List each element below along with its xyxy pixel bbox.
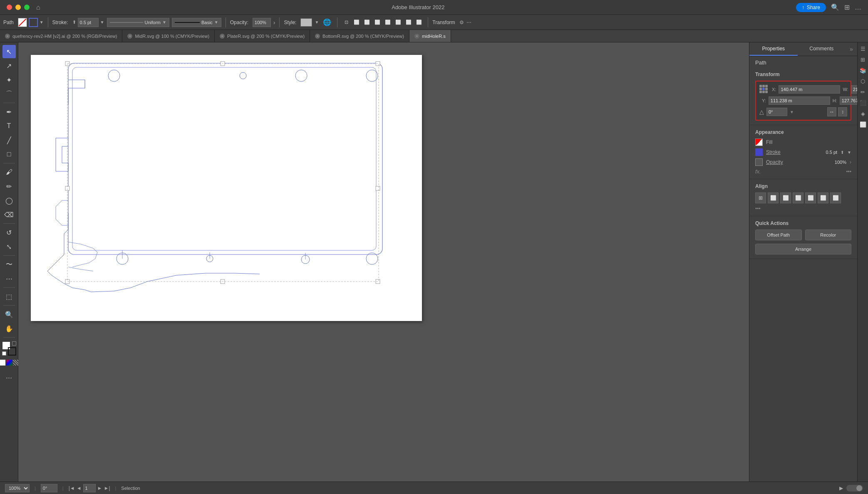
tab-comments[interactable]: Comments bbox=[798, 42, 846, 56]
tab-midholer[interactable]: × midHoleR.s bbox=[409, 30, 451, 42]
first-page-button[interactable]: |◄ bbox=[69, 485, 75, 491]
uniform-dropdown[interactable]: Uniform ▼ bbox=[107, 18, 169, 27]
opacity-more-icon[interactable]: › bbox=[273, 19, 275, 26]
fill-swatch[interactable] bbox=[18, 18, 27, 27]
tab-close-bottomr[interactable]: × bbox=[315, 34, 320, 39]
none-fill-icon[interactable] bbox=[0, 360, 5, 366]
stroke-input[interactable] bbox=[78, 18, 99, 27]
recolor-button[interactable]: Recolor bbox=[805, 230, 852, 240]
search-icon[interactable]: 🔍 bbox=[831, 3, 839, 11]
reset-colors-icon[interactable] bbox=[2, 351, 6, 356]
tab-close-midr[interactable]: × bbox=[127, 34, 132, 39]
transform-grid-icon[interactable] bbox=[759, 85, 768, 94]
minimize-button[interactable] bbox=[15, 5, 21, 10]
libraries-icon[interactable]: 📚 bbox=[858, 66, 868, 75]
angle-input[interactable] bbox=[41, 484, 57, 492]
pen-tool[interactable]: ✒ bbox=[2, 105, 16, 119]
transform-more-icon[interactable]: ⋯ bbox=[466, 20, 471, 25]
stroke-dropdown-icon[interactable]: ▼ bbox=[100, 20, 104, 25]
shape-tool[interactable]: □ bbox=[2, 148, 16, 161]
align-center-v-button[interactable]: ⬜ bbox=[818, 193, 828, 203]
align-right-button[interactable]: ⬜ bbox=[793, 193, 804, 203]
style-chevron-icon[interactable]: ▼ bbox=[315, 20, 319, 25]
line-tool[interactable]: ╱ bbox=[2, 133, 16, 147]
gradient-panel-icon[interactable]: ⬛ bbox=[858, 98, 868, 107]
tab-close-plater[interactable]: × bbox=[220, 34, 225, 39]
selection-tool[interactable]: ↖ bbox=[2, 45, 16, 58]
gradient-icon[interactable] bbox=[6, 360, 12, 366]
distribute-icon[interactable]: ⬜ bbox=[414, 18, 424, 27]
stroke-swatch[interactable] bbox=[29, 18, 38, 27]
last-page-button[interactable]: ►| bbox=[104, 485, 110, 491]
align-top-icon[interactable]: ⬜ bbox=[383, 18, 392, 27]
eraser-tool[interactable]: ⌫ bbox=[2, 208, 16, 221]
fill-color-swatch[interactable] bbox=[755, 138, 763, 146]
align-center-v-icon[interactable]: ⬜ bbox=[394, 18, 403, 27]
layers-icon[interactable]: ⊞ bbox=[858, 55, 868, 64]
opacity-input[interactable] bbox=[253, 18, 271, 27]
more-options-icon[interactable]: ••• bbox=[846, 169, 851, 175]
stroke-up-icon[interactable]: ⬆ bbox=[72, 20, 76, 25]
more-align-dots[interactable]: ••• bbox=[755, 206, 851, 212]
appearance-icon[interactable]: ◈ bbox=[858, 109, 868, 118]
transform-settings-icon[interactable]: ⚙ bbox=[459, 20, 464, 25]
edit-toolbar-button[interactable]: … bbox=[2, 370, 16, 383]
home-icon[interactable]: ⌂ bbox=[36, 4, 40, 11]
tab-close-quefrency[interactable]: × bbox=[5, 34, 10, 39]
warp-tool[interactable]: 〜 bbox=[2, 258, 16, 271]
pencil-tool[interactable]: ✏ bbox=[2, 180, 16, 193]
artboard-tool[interactable]: ⬚ bbox=[2, 290, 16, 303]
opacity-label[interactable]: Opacity bbox=[766, 159, 831, 165]
rotate-tool[interactable]: ↺ bbox=[2, 226, 16, 239]
tab-bottomr[interactable]: × BottomR.svg @ 200 % (CMYK/Preview) bbox=[310, 30, 409, 42]
properties-icon[interactable]: ☰ bbox=[858, 44, 868, 53]
panel-expand-icon[interactable]: » bbox=[846, 42, 857, 56]
x-input[interactable] bbox=[779, 85, 840, 94]
close-button[interactable] bbox=[7, 5, 12, 10]
transform-label[interactable]: Transform bbox=[432, 20, 455, 25]
paintbrush-tool[interactable]: 🖌 bbox=[2, 165, 16, 179]
libraries-icon[interactable]: ⊞ bbox=[844, 3, 850, 11]
stroke-dropdown-icon[interactable]: ▼ bbox=[847, 150, 851, 155]
share-button[interactable]: ↑ Share bbox=[796, 3, 826, 12]
page-input[interactable] bbox=[83, 484, 96, 492]
align-left-button[interactable]: ⬜ bbox=[768, 193, 779, 203]
more-icon[interactable]: … bbox=[855, 4, 861, 11]
shaper-tool[interactable]: ◯ bbox=[2, 194, 16, 207]
offset-path-button[interactable]: Offset Path bbox=[755, 230, 802, 240]
flip-vertical-button[interactable]: ↕ bbox=[838, 107, 847, 116]
transform-tool-icon[interactable]: ⊡ bbox=[342, 18, 351, 27]
stroke-label[interactable]: Stroke bbox=[766, 149, 823, 155]
angle-input[interactable] bbox=[766, 108, 787, 116]
align-artboard-button[interactable]: ⊞ bbox=[755, 193, 766, 203]
chevron-down-icon[interactable]: ▼ bbox=[40, 20, 44, 25]
cc-libraries-icon[interactable]: ⬡ bbox=[858, 77, 868, 86]
prev-page-button[interactable]: ◄ bbox=[77, 485, 82, 491]
tab-quefrency[interactable]: × quefrency-rev2-HM [v2].ai @ 200 % (RGB… bbox=[0, 30, 122, 42]
stroke-color-box[interactable] bbox=[8, 347, 16, 356]
align-center-h-icon[interactable]: ⬜ bbox=[362, 18, 372, 27]
align-panel-icon[interactable]: ⬜ bbox=[858, 120, 868, 129]
direct-selection-tool[interactable]: ↗ bbox=[2, 59, 16, 72]
stroke-panel-icon[interactable]: ✏ bbox=[858, 87, 868, 96]
canvas-area[interactable] bbox=[18, 42, 749, 482]
opacity-arrow-icon[interactable]: › bbox=[850, 159, 851, 165]
lasso-tool[interactable]: ⌒ bbox=[2, 87, 16, 101]
toggle-switch[interactable] bbox=[846, 485, 863, 492]
fullscreen-button[interactable] bbox=[24, 5, 30, 10]
magic-wand-tool[interactable]: ✦ bbox=[2, 73, 16, 86]
align-top-button[interactable]: ⬜ bbox=[805, 193, 816, 203]
more-tools-icon[interactable]: … bbox=[2, 370, 16, 383]
align-bottom-icon[interactable]: ⬜ bbox=[404, 18, 413, 27]
flip-horizontal-button[interactable]: ↔ bbox=[827, 107, 836, 116]
y-input[interactable] bbox=[769, 96, 830, 105]
align-bottom-button[interactable]: ⬜ bbox=[830, 193, 841, 203]
play-button[interactable]: ▶ bbox=[839, 485, 843, 491]
tab-properties[interactable]: Properties bbox=[749, 42, 798, 56]
pattern-icon[interactable] bbox=[13, 360, 19, 366]
hand-tool[interactable]: ✋ bbox=[2, 322, 16, 335]
basic-dropdown[interactable]: Basic ▼ bbox=[172, 18, 221, 27]
next-page-button[interactable]: ► bbox=[97, 485, 102, 491]
arrange-button[interactable]: Arrange bbox=[755, 244, 851, 254]
tab-midr[interactable]: × MidR.svg @ 100 % (CMYK/Preview) bbox=[122, 30, 215, 42]
